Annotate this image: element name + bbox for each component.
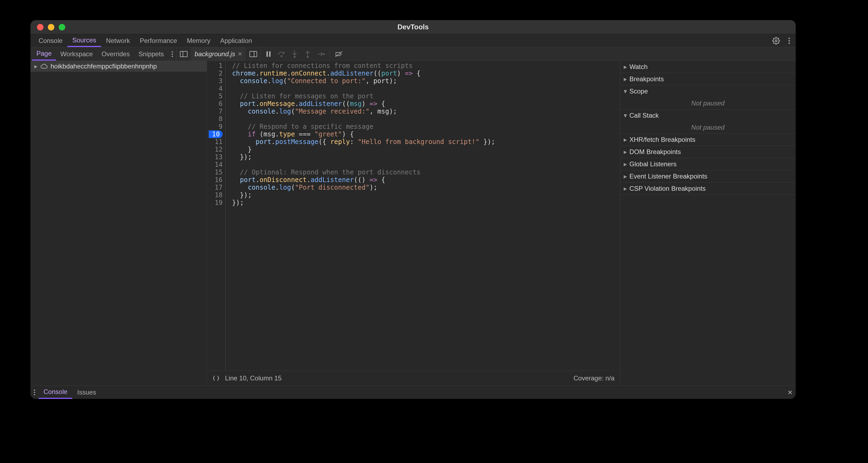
chevron-right-icon[interactable]: ▸ — [623, 185, 628, 192]
chevron-right-icon[interactable]: ▸ — [623, 173, 628, 180]
code-line[interactable]: // Respond to a specific message — [232, 123, 495, 130]
subtab-overrides[interactable]: Overrides — [97, 47, 134, 61]
tab-performance[interactable]: Performance — [135, 34, 182, 47]
section-header[interactable]: ▸Breakpoints — [620, 73, 796, 85]
code-line[interactable]: chrome.runtime.onConnect.addListener((po… — [232, 69, 495, 77]
main-tab-bar: Console Sources Network Performance Memo… — [30, 34, 796, 47]
line-number[interactable]: 11 — [215, 138, 223, 146]
code-content[interactable]: // Listen for connections from content s… — [225, 61, 495, 371]
section-header[interactable]: ▸Global Listeners — [620, 158, 796, 170]
chevron-right-icon[interactable]: ▸ — [623, 63, 628, 71]
svg-point-5 — [172, 53, 173, 55]
tab-sources[interactable]: Sources — [67, 34, 101, 47]
pause-icon[interactable] — [265, 50, 273, 58]
line-number[interactable]: 19 — [215, 199, 223, 207]
subtab-page[interactable]: Page — [32, 47, 56, 61]
code-line[interactable]: port.onDisconnect.addListener(() => { — [232, 176, 495, 184]
tab-memory[interactable]: Memory — [182, 34, 216, 47]
line-number[interactable]: 6 — [215, 100, 223, 107]
code-line[interactable]: console.log("Message received:", msg); — [232, 107, 495, 115]
section-header[interactable]: ▸Event Listener Breakpoints — [620, 171, 796, 182]
tab-network[interactable]: Network — [101, 34, 135, 47]
breakpoint-marker[interactable]: 10 — [209, 130, 223, 138]
line-number[interactable]: 14 — [215, 161, 223, 168]
toggle-navigator-icon[interactable] — [177, 47, 191, 61]
line-number[interactable]: 13 — [215, 153, 223, 161]
step-icon[interactable] — [317, 50, 325, 58]
more-icon[interactable] — [783, 34, 796, 47]
section-header[interactable]: ▾Scope — [620, 85, 796, 97]
line-number[interactable]: 18 — [215, 191, 223, 199]
debugger-section: ▸Event Listener Breakpoints — [620, 171, 796, 183]
line-number[interactable]: 7 — [215, 107, 223, 115]
tree-expand-icon[interactable]: ▸ — [34, 62, 37, 70]
code-line[interactable]: console.log("Connected to port:", port); — [232, 77, 495, 85]
line-gutter[interactable]: 12345678910111213141516171819 — [207, 61, 225, 371]
code-line[interactable]: // Listen for connections from content s… — [232, 62, 495, 69]
code-line[interactable]: }); — [232, 199, 495, 207]
drawer-more-icon[interactable] — [30, 385, 39, 399]
code-editor[interactable]: 12345678910111213141516171819 // Listen … — [207, 61, 620, 371]
code-line[interactable]: console.log("Port disconnected"); — [232, 184, 495, 191]
drawer-close-icon[interactable]: × — [784, 385, 796, 399]
section-label: DOM Breakpoints — [629, 148, 681, 156]
section-header[interactable]: ▸CSP Violation Breakpoints — [620, 183, 796, 194]
code-line[interactable]: }); — [232, 153, 495, 161]
svg-point-0 — [775, 40, 777, 41]
debugger-section: ▸XHR/fetch Breakpoints — [620, 134, 796, 146]
subtab-more-icon[interactable] — [168, 47, 176, 61]
step-over-icon[interactable] — [277, 50, 286, 58]
code-line[interactable]: port.postMessage({ reply: "Hello from ba… — [232, 138, 495, 146]
code-line[interactable]: if (msg.type === "greet") { — [232, 130, 495, 138]
line-number[interactable]: 9 — [215, 123, 223, 130]
line-number[interactable]: 1 — [215, 62, 223, 69]
code-line[interactable]: // Listen for messages on the port — [232, 92, 495, 100]
file-tab-background-js[interactable]: background.js × — [191, 47, 246, 61]
code-line[interactable] — [232, 161, 495, 168]
tab-console[interactable]: Console — [34, 34, 67, 47]
chevron-right-icon[interactable]: ▸ — [623, 148, 628, 156]
code-line[interactable]: } — [232, 146, 495, 153]
step-into-icon[interactable] — [290, 50, 299, 58]
section-header[interactable]: ▾Call Stack — [620, 110, 796, 121]
drawer-bar: Console Issues × — [30, 385, 796, 399]
code-line[interactable] — [232, 85, 495, 92]
line-number[interactable]: 2 — [215, 69, 223, 77]
code-line[interactable]: // Optional: Respond when the port disco… — [232, 168, 495, 176]
chevron-right-icon[interactable]: ▸ — [623, 160, 628, 168]
code-line[interactable]: }); — [232, 191, 495, 199]
navigator-sidebar: ▸ hoikbdahecchfemppcfiipbbenhnpnhp — [30, 61, 207, 385]
pretty-print-icon[interactable] — [213, 375, 220, 381]
chevron-right-icon[interactable]: ▸ — [623, 136, 628, 144]
step-out-icon[interactable] — [304, 50, 312, 58]
drawer-tab-console[interactable]: Console — [39, 385, 72, 399]
line-number[interactable]: 8 — [215, 115, 223, 123]
chevron-right-icon[interactable]: ▸ — [623, 75, 628, 83]
tree-root-item[interactable]: ▸ hoikbdahecchfemppcfiipbbenhnpnhp — [30, 61, 207, 72]
chevron-down-icon[interactable]: ▾ — [623, 112, 628, 119]
tab-application[interactable]: Application — [215, 34, 257, 47]
chevron-down-icon[interactable]: ▾ — [623, 88, 628, 95]
section-header[interactable]: ▸XHR/fetch Breakpoints — [620, 134, 796, 146]
line-number[interactable]: 16 — [215, 176, 223, 184]
line-number[interactable]: 3 — [215, 77, 223, 85]
subtab-snippets[interactable]: Snippets — [134, 47, 168, 61]
section-header[interactable]: ▸Watch — [620, 61, 796, 73]
subtab-workspace[interactable]: Workspace — [56, 47, 97, 61]
code-line[interactable] — [232, 115, 495, 123]
line-number[interactable]: 15 — [215, 168, 223, 176]
settings-icon[interactable] — [770, 34, 783, 47]
code-line[interactable]: port.onMessage.addListener((msg) => { — [232, 100, 495, 107]
deactivate-breakpoints-icon[interactable] — [335, 50, 343, 58]
line-number[interactable]: 12 — [215, 146, 223, 153]
toggle-debugger-icon[interactable] — [246, 47, 260, 61]
svg-point-14 — [34, 389, 35, 391]
svg-point-1 — [788, 37, 790, 39]
line-number[interactable]: 4 — [215, 85, 223, 92]
line-number[interactable]: 17 — [215, 184, 223, 191]
line-number[interactable]: 5 — [215, 92, 223, 100]
section-header[interactable]: ▸DOM Breakpoints — [620, 146, 796, 158]
close-file-icon[interactable]: × — [238, 50, 242, 58]
coverage-status: Coverage: n/a — [574, 374, 615, 382]
drawer-tab-issues[interactable]: Issues — [72, 385, 101, 399]
